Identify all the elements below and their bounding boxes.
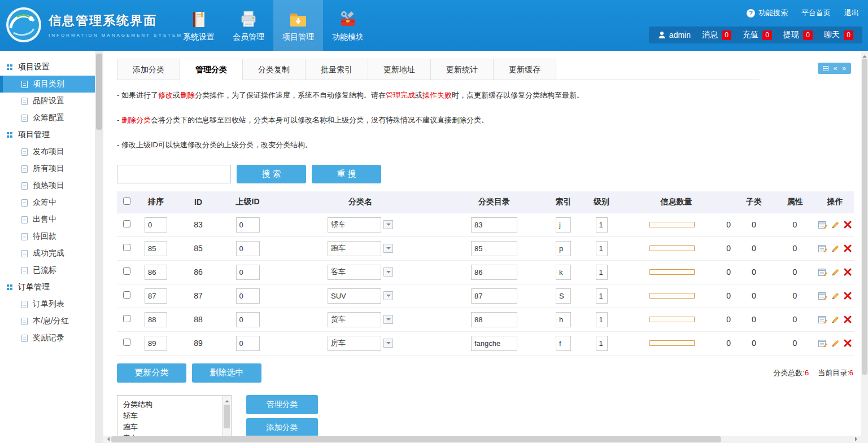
index-input[interactable] bbox=[556, 217, 571, 233]
sidebar-group-project-management[interactable]: 项目管理 bbox=[0, 126, 95, 143]
scroll-left-icon[interactable] bbox=[105, 437, 110, 441]
list-item[interactable]: 分类结构 bbox=[123, 399, 219, 410]
category-name-input[interactable] bbox=[328, 265, 381, 280]
scroll-right-icon[interactable] bbox=[855, 437, 860, 441]
sidebar-item-failed[interactable]: 已流标 bbox=[0, 262, 95, 279]
recharge-link[interactable]: 充值 0 bbox=[743, 30, 772, 40]
row-checkbox[interactable] bbox=[123, 339, 130, 346]
panel-pager[interactable]: « » bbox=[818, 63, 851, 74]
delete-x-icon[interactable] bbox=[844, 315, 852, 323]
tab-update-stats[interactable]: 更新统计 bbox=[431, 59, 494, 80]
sort-input[interactable] bbox=[145, 312, 167, 327]
index-input[interactable] bbox=[556, 241, 571, 256]
parent-id-input[interactable] bbox=[236, 288, 260, 304]
logout-link[interactable]: 退出 bbox=[844, 8, 859, 18]
delete-x-icon[interactable] bbox=[844, 244, 852, 252]
edit-pencil-icon[interactable] bbox=[831, 244, 840, 253]
row-checkbox[interactable] bbox=[123, 267, 130, 275]
edit-pencil-icon[interactable] bbox=[831, 315, 840, 324]
category-dir-input[interactable] bbox=[471, 265, 517, 280]
add-category-button[interactable]: 添加分类 bbox=[246, 418, 318, 436]
name-picker-icon[interactable] bbox=[383, 315, 393, 324]
sidebar-item-crowdfunding-active[interactable]: 众筹中 bbox=[0, 194, 95, 211]
list-item[interactable]: 跑车 bbox=[123, 422, 219, 433]
edit-pencil-icon[interactable] bbox=[831, 268, 840, 277]
research-button[interactable]: 重 搜 bbox=[312, 165, 381, 183]
category-name-input[interactable] bbox=[328, 336, 381, 351]
category-dir-input[interactable] bbox=[471, 312, 517, 327]
name-picker-icon[interactable] bbox=[383, 339, 393, 348]
messages-link[interactable]: 消息 0 bbox=[702, 30, 731, 40]
scroll-up-icon[interactable] bbox=[225, 398, 229, 402]
sidebar-item-principal-interest[interactable]: 本/息/分红 bbox=[0, 313, 95, 330]
index-input[interactable] bbox=[556, 312, 571, 327]
level-input[interactable] bbox=[596, 336, 608, 351]
sidebar-group-order-management[interactable]: 订单管理 bbox=[0, 279, 95, 296]
detail-edit-icon[interactable] bbox=[818, 292, 827, 300]
vertical-scrollbar[interactable] bbox=[861, 51, 868, 443]
category-dir-input[interactable] bbox=[471, 241, 517, 256]
function-search-link[interactable]: 功能搜索 bbox=[747, 8, 788, 18]
parent-id-input[interactable] bbox=[236, 241, 260, 256]
sidebar-scrollbar[interactable] bbox=[95, 51, 103, 443]
level-input[interactable] bbox=[596, 265, 608, 280]
name-picker-icon[interactable] bbox=[383, 267, 393, 277]
sort-input[interactable] bbox=[145, 265, 167, 280]
category-name-input[interactable] bbox=[328, 241, 381, 256]
collapse-right-icon[interactable]: » bbox=[842, 64, 846, 72]
scroll-up-icon[interactable] bbox=[862, 53, 867, 58]
nav-item-system-settings[interactable]: 系统设置 bbox=[174, 0, 224, 51]
delete-x-icon[interactable] bbox=[844, 268, 852, 276]
level-input[interactable] bbox=[596, 288, 608, 304]
delete-x-icon[interactable] bbox=[844, 339, 852, 347]
parent-id-input[interactable] bbox=[236, 217, 260, 233]
category-structure-listbox[interactable]: 分类结构 轿车 跑车 客车 SUV bbox=[117, 395, 232, 436]
sort-input[interactable] bbox=[145, 241, 167, 256]
tab-add-category[interactable]: 添加分类 bbox=[117, 59, 180, 80]
chat-link[interactable]: 聊天 0 bbox=[824, 30, 853, 40]
delete-selected-button[interactable]: 删除选中 bbox=[192, 363, 261, 383]
edit-pencil-icon[interactable] bbox=[831, 339, 840, 348]
category-name-input[interactable] bbox=[328, 288, 381, 304]
index-input[interactable] bbox=[556, 265, 571, 280]
index-input[interactable] bbox=[556, 288, 571, 304]
row-checkbox[interactable] bbox=[123, 220, 130, 227]
name-picker-icon[interactable] bbox=[383, 244, 393, 253]
edit-pencil-icon[interactable] bbox=[831, 292, 840, 300]
sidebar-item-preheat-projects[interactable]: 预热项目 bbox=[0, 177, 95, 194]
list-item[interactable]: 轿车 bbox=[123, 410, 219, 422]
search-input[interactable] bbox=[117, 165, 231, 183]
sidebar-item-on-sale[interactable]: 出售中 bbox=[0, 211, 95, 228]
detail-edit-icon[interactable] bbox=[818, 339, 827, 348]
update-categories-button[interactable]: 更新分类 bbox=[117, 363, 186, 383]
detail-edit-icon[interactable] bbox=[818, 268, 827, 277]
search-button[interactable]: 搜 索 bbox=[237, 165, 306, 183]
listbox-scrollbar[interactable] bbox=[222, 396, 231, 436]
category-dir-input[interactable] bbox=[471, 288, 517, 304]
row-checkbox[interactable] bbox=[123, 244, 130, 251]
sidebar-item-completed[interactable]: 成功完成 bbox=[0, 245, 95, 262]
name-picker-icon[interactable] bbox=[383, 220, 393, 229]
select-all-checkbox[interactable] bbox=[123, 198, 130, 205]
detail-edit-icon[interactable] bbox=[818, 244, 827, 253]
delete-x-icon[interactable] bbox=[844, 221, 852, 229]
sidebar-group-project-settings[interactable]: 项目设置 bbox=[0, 59, 95, 76]
index-input[interactable] bbox=[556, 336, 571, 351]
sort-input[interactable] bbox=[145, 336, 167, 351]
level-input[interactable] bbox=[596, 217, 608, 233]
sort-input[interactable] bbox=[145, 288, 167, 304]
delete-x-icon[interactable] bbox=[844, 292, 852, 300]
nav-item-project-management[interactable]: 项目管理 bbox=[273, 0, 323, 51]
sidebar-item-brand-settings[interactable]: 品牌设置 bbox=[0, 93, 95, 109]
sidebar-item-all-projects[interactable]: 所有项目 bbox=[0, 160, 95, 177]
tab-manage-category[interactable]: 管理分类 bbox=[180, 59, 243, 80]
category-dir-input[interactable] bbox=[471, 217, 517, 233]
nav-item-member-management[interactable]: 会员管理 bbox=[224, 0, 273, 51]
detail-edit-icon[interactable] bbox=[818, 315, 827, 324]
level-input[interactable] bbox=[596, 241, 608, 256]
row-checkbox[interactable] bbox=[123, 291, 130, 299]
sidebar-scrollbar-thumb[interactable] bbox=[96, 54, 102, 130]
listbox-scrollbar-thumb[interactable] bbox=[224, 405, 230, 428]
level-input[interactable] bbox=[596, 312, 608, 327]
manage-categories-button[interactable]: 管理分类 bbox=[246, 395, 318, 414]
